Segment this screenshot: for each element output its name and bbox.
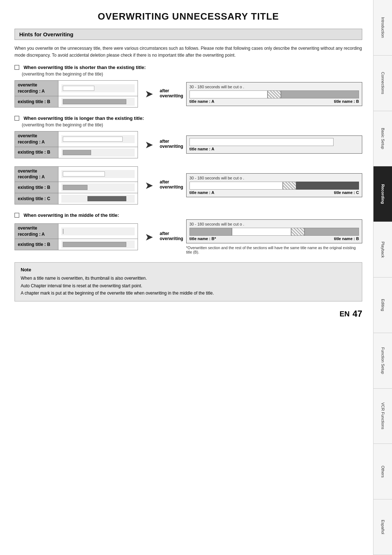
condition-subtitle-1: (overwriting from the beginning of the t… [22,72,362,77]
bar-white-3 [63,171,105,177]
sidebar-tab-vcr-functions[interactable]: VCR Functions [373,389,392,444]
after-content-3: 30 - 180 seconds will be cut o . title n… [186,173,362,197]
bar-outer-9 [61,240,135,248]
row-bar-4a [58,223,138,239]
sidebar-tab-espanol-label: Español [381,520,385,534]
after-block-2: title name : A [186,135,362,154]
row-label-existing-b-1: existing title : B [15,96,58,107]
sidebar-tab-function-setup[interactable]: Function Setup [373,333,392,389]
row-bar-2 [58,131,138,147]
main-content: OVERWRITING UNNECESSARY TITLE Hints for … [0,0,373,555]
page-main-title: OVERWRITING UNNECESSARY TITLE [15,11,362,22]
title-labels-1: title name : A title name : B [189,99,359,104]
seg-dark-3a [296,182,359,190]
after-block-1: 30 - 180 seconds will be cut o . title n… [186,82,362,106]
note-line-1: When a title name is overwritten, its th… [21,275,356,282]
cut-note-3: 30 - 180 seconds will be cut o . [189,176,359,180]
title-label-b-star-4: title name : B* [189,236,291,241]
bar-gray-2 [63,150,91,155]
bar-outer-3 [61,135,135,143]
after-bars-2 [189,138,359,146]
case-block-2: When overwriting title is longer than th… [15,116,362,158]
section-header: Hints for Overwriting [15,29,362,40]
row-label-existing-b-2: existing title : B [15,147,58,158]
condition-title-text-2: When overwriting title is longer than th… [24,116,144,121]
note-box: Note When a title name is overwritten, i… [15,262,362,301]
after-bars-1 [189,90,359,98]
bar-dark-3 [87,196,126,201]
sidebar-tab-recording-label: Recording [381,184,385,204]
after-label-4: afteroverwriting [160,231,183,241]
condition-title-2: When overwriting title is longer than th… [15,116,362,121]
diagram-1: overwriterecording : A existing title : … [15,80,362,108]
bar-outer-2 [61,98,135,106]
section-title: Hints for Overwriting [19,31,73,37]
diagram-2: overwriterecording : A existing title : … [15,131,362,158]
seg-gray-1a [281,90,359,98]
cut-note-1: 30 - 180 seconds will be cut o . [189,85,359,89]
table-row: existing title : B [15,96,138,107]
after-wrapper-2: afteroverwriting title name : A [160,135,362,154]
bar-gray-3 [63,185,87,190]
sidebar-tab-basic-setup[interactable]: Basic Setup [373,111,392,167]
note-title: Note [21,267,356,272]
checkbox-icon-2 [15,116,19,121]
checkbox-icon-1 [15,65,19,70]
footnote-4: *Overwritten section and the rest of the… [186,246,362,254]
seg-diag-4a [291,228,305,236]
before-table-4: overwriterecording : A existing title [15,223,138,251]
title-label-a-3: title name : A [189,190,283,195]
seg-white-1a [189,90,268,98]
table-row: overwriterecording : A [15,166,138,182]
arrow-3: ➤ [142,179,156,191]
cut-note-4: 30 - 180 seconds will be cut o . [189,222,359,226]
bar-gray-4 [63,242,126,247]
case-block-3: overwriterecording : A existing title : … [15,166,362,205]
title-label-c-3: title name : C [283,190,359,195]
after-label-3: afteroverwriting [160,179,183,190]
row-label-existing-b-4: existing title : B [15,239,58,250]
sidebar-tab-connections-label: Connections [381,72,385,94]
sidebar-tab-function-setup-label: Function Setup [381,347,385,374]
title-label-b-4: title name : B [291,236,359,241]
after-block-4: 30 - 180 seconds will be cut o . title n… [186,219,362,254]
bar-outer-6 [61,183,135,191]
title-label-a-1: title name : A [189,99,268,104]
seg-gray-4a [189,228,232,236]
row-bar-existing-b-1 [58,96,138,107]
row-bar-existing-b-4 [58,239,138,250]
bar-gray-1 [63,99,126,104]
row-label-existing-b-3: existing title : B [15,182,58,193]
sidebar-tab-introduction-label: Introduction [381,17,385,38]
sidebar-tab-basic-setup-label: Basic Setup [381,128,385,149]
seg-diag-1a [268,90,281,98]
row-label-overwrite-a-4: overwriterecording : A [15,223,58,239]
sidebar-tab-connections[interactable]: Connections [373,56,392,111]
sidebar-tab-espanol[interactable]: Español [373,499,392,555]
sidebar-tab-recording[interactable]: Recording [373,166,392,222]
sidebar-tab-introduction[interactable]: Introduction [373,0,392,56]
before-block-3: overwriterecording : A existing title : … [15,166,138,205]
seg-white-4a [232,228,291,236]
table-row: existing title : B [15,182,138,193]
bar-white-2 [63,137,123,142]
after-wrapper-1: afteroverwriting 30 - 180 seconds will b… [160,82,362,106]
arrow-1: ➤ [142,88,156,100]
arrow-2: ➤ [142,139,156,151]
after-content-1: 30 - 180 seconds will be cut o . title n… [186,82,362,106]
sidebar-tab-vcr-functions-label: VCR Functions [381,402,385,429]
sidebar-tab-editing[interactable]: Editing [373,278,392,333]
sidebar-tab-others[interactable]: Others [373,444,392,499]
table-row: overwriterecording : A [15,223,138,239]
checkbox-icon-4 [15,213,19,218]
before-table-3: overwriterecording : A existing title : … [15,166,138,205]
condition-title-1: When overwriting title is shorter than t… [15,65,362,70]
sidebar-tab-playback[interactable]: Playback [373,222,392,278]
table-row: overwriterecording : A [15,81,138,96]
after-wrapper-4: afteroverwriting 30 - 180 seconds will b… [160,219,362,254]
seg-gray-4b [305,228,359,236]
sidebar-tab-others-label: Others [381,466,385,478]
table-row: existing title : B [15,239,138,250]
row-label-existing-c-3: existing title : C [15,193,58,204]
row-label-overwrite-a-2: overwriterecording : A [15,131,58,147]
